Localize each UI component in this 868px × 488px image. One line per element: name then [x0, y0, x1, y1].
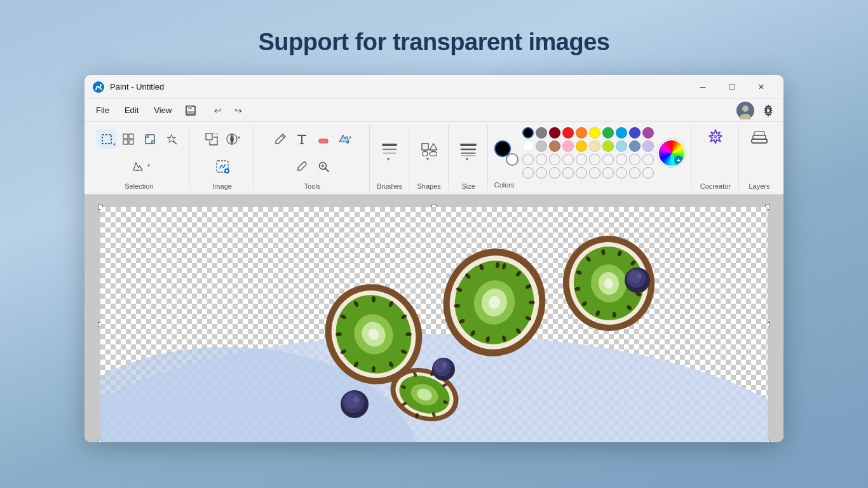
menu-edit[interactable]: Edit — [118, 103, 145, 118]
color-outline-13[interactable] — [549, 167, 560, 179]
svg-rect-3 — [188, 106, 192, 109]
brush-selector[interactable]: ▾ — [379, 137, 400, 169]
color-outline-2[interactable] — [536, 154, 547, 165]
zoom-tool[interactable] — [313, 157, 334, 176]
svg-point-110 — [353, 396, 360, 403]
eyedropper-icon — [295, 160, 308, 173]
color-adjust-arrow: ▾ — [238, 135, 240, 140]
title-bar: Paint - Untitled ─ ☐ ✕ — [85, 75, 783, 99]
selection-rect-tool[interactable]: ▾ — [97, 130, 117, 149]
color-swatch-blue[interactable] — [629, 127, 641, 139]
avatar-icon — [736, 102, 754, 119]
svg-rect-29 — [753, 135, 766, 139]
color-outline-12[interactable] — [536, 167, 547, 179]
image-tools: ▾ — [196, 126, 249, 180]
color-swatch-lavender[interactable] — [642, 140, 654, 152]
color-outline-4[interactable] — [562, 154, 574, 165]
color-swatch-cyan[interactable] — [616, 127, 627, 139]
resize-tool[interactable] — [201, 130, 222, 149]
eyedropper-tool[interactable] — [292, 157, 312, 176]
fill-arrow: ▾ — [349, 135, 351, 140]
color-outline-1[interactable] — [522, 154, 534, 165]
color-outline-14[interactable] — [562, 167, 574, 179]
fill-select-tool[interactable] — [127, 157, 147, 176]
dropdown-arrow: ▾ — [113, 142, 116, 147]
undo-button[interactable]: ↩ — [208, 102, 227, 119]
color-swatch-gray[interactable] — [536, 127, 547, 139]
fill-bucket-icon — [337, 133, 350, 146]
select-all-tool[interactable] — [118, 130, 139, 149]
brush-icon — [381, 142, 398, 156]
color-outline-3[interactable] — [549, 154, 560, 165]
svg-point-49 — [336, 332, 342, 336]
color-swatch-pink[interactable] — [562, 140, 574, 152]
user-avatar[interactable] — [735, 100, 756, 121]
fg-color-swatch[interactable] — [494, 140, 511, 157]
color-outline-9[interactable] — [629, 154, 641, 165]
shapes-content: ▾ — [419, 126, 439, 180]
color-swatch-orange[interactable] — [576, 127, 587, 139]
color-picker-button[interactable] — [658, 139, 686, 167]
color-swatch-brown[interactable] — [549, 140, 560, 152]
window-title: Paint - Untitled — [110, 82, 688, 92]
magic-select-tool[interactable] — [161, 130, 182, 149]
color-swatch-gold[interactable] — [576, 140, 587, 152]
color-swatch-lightgray[interactable] — [536, 140, 547, 152]
cocreator-button[interactable] — [704, 126, 727, 149]
crop-tool[interactable] — [140, 130, 160, 149]
redo-button[interactable]: ↪ — [229, 102, 248, 119]
color-swatch-black[interactable] — [522, 127, 534, 139]
maximize-button[interactable]: ☐ — [717, 77, 747, 97]
settings-button[interactable] — [758, 100, 778, 121]
toolbar-group-size: ▾ Size — [450, 125, 488, 191]
color-swatch-steelblue[interactable] — [629, 140, 641, 152]
minimize-button[interactable]: ─ — [688, 77, 717, 97]
color-swatch-cream[interactable] — [589, 140, 600, 152]
color-outline-16[interactable] — [589, 167, 600, 179]
color-outline-17[interactable] — [602, 167, 614, 179]
color-swatch-purple[interactable] — [642, 127, 654, 139]
shapes-selector[interactable]: ▾ — [419, 137, 439, 169]
color-swatch-skyblue[interactable] — [616, 140, 627, 152]
canvas-container — [85, 194, 783, 442]
color-adjust-tool[interactable]: ▾ — [223, 130, 243, 149]
shapes-arrow: ▾ — [426, 156, 429, 162]
save-button[interactable] — [180, 102, 201, 119]
shapes-icon — [421, 142, 437, 156]
color-outline-7[interactable] — [602, 154, 614, 165]
menu-right-area — [735, 100, 778, 121]
color-outline-5[interactable] — [576, 154, 587, 165]
menu-file[interactable]: File — [90, 103, 116, 118]
size-arrow: ▾ — [466, 156, 468, 162]
color-outline-11[interactable] — [522, 167, 534, 179]
color-outline-6[interactable] — [589, 154, 600, 165]
color-outline-10[interactable] — [642, 154, 654, 165]
color-outline-18[interactable] — [616, 167, 627, 179]
color-outline-19[interactable] — [629, 167, 641, 179]
color-outline-8[interactable] — [616, 154, 627, 165]
text-icon — [295, 133, 308, 146]
close-button[interactable]: ✕ — [747, 77, 776, 97]
eraser-tool[interactable] — [313, 130, 334, 149]
ai-select-tool[interactable] — [211, 157, 234, 176]
color-swatch-lime[interactable] — [602, 140, 614, 152]
color-outline-15[interactable] — [576, 167, 587, 179]
shapes-label: Shapes — [417, 180, 441, 190]
svg-point-8 — [766, 109, 770, 112]
color-outline-20[interactable] — [642, 167, 654, 179]
color-swatch-yellow[interactable] — [589, 127, 600, 139]
color-swatch-red[interactable] — [562, 127, 574, 139]
layers-button[interactable] — [748, 126, 771, 149]
size-selector[interactable]: ▾ — [458, 137, 478, 169]
layers-label: Layers — [749, 180, 770, 190]
selection-label: Selection — [125, 180, 153, 190]
fill-tool[interactable]: ▾ — [335, 130, 355, 149]
pencil-tool[interactable] — [270, 130, 290, 149]
menu-view[interactable]: View — [147, 103, 178, 118]
color-swatch-green[interactable] — [602, 127, 614, 139]
canvas-area[interactable] — [100, 207, 768, 442]
svg-point-40 — [372, 296, 376, 302]
color-swatch-white[interactable] — [522, 140, 534, 152]
color-swatch-darkred[interactable] — [549, 127, 560, 139]
text-tool[interactable] — [292, 130, 312, 149]
